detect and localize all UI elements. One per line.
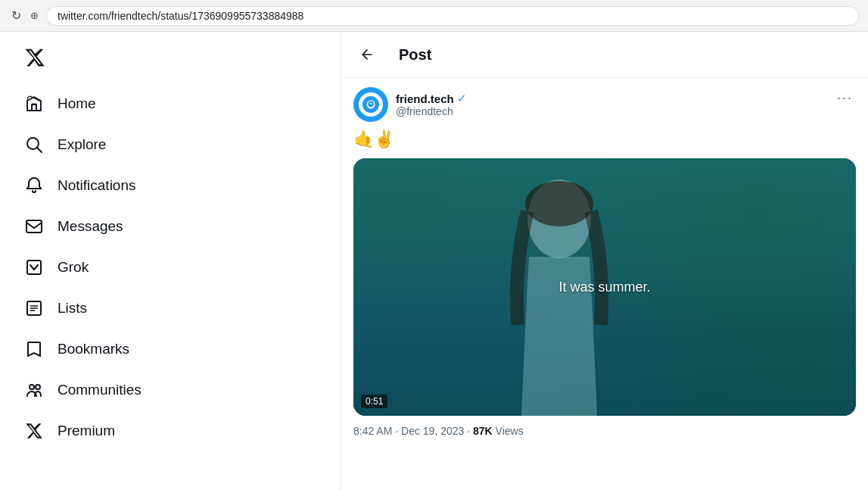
back-button[interactable] <box>353 41 381 68</box>
author-details: friend.tech ✓ @friendtech <box>396 92 467 117</box>
post-meta: 8:42 AM · Dec 19, 2023 · 87K Views <box>353 425 856 437</box>
svg-line-1 <box>38 148 42 153</box>
url-text: twitter.com/friendtech/status/1736909955… <box>58 10 303 22</box>
svg-point-11 <box>368 101 374 108</box>
post-time: 8:42 AM <box>353 425 392 437</box>
video-container[interactable]: It was summer. 0:51 <box>353 158 856 416</box>
url-bar[interactable]: twitter.com/friendtech/status/1736909955… <box>46 6 859 26</box>
video-caption: It was summer. <box>558 279 650 295</box>
post-panel: Post <box>341 32 868 490</box>
sidebar-item-lists[interactable]: Lists <box>15 289 325 327</box>
meta-separator-1: · <box>395 425 401 437</box>
home-label: Home <box>58 95 96 112</box>
grok-label: Grok <box>58 259 89 276</box>
author-name: friend.tech <box>396 92 454 105</box>
post-date: Dec 19, 2023 <box>401 425 464 437</box>
more-options-button[interactable]: ··· <box>834 87 856 109</box>
sidebar: Home Explore Notifications <box>0 32 341 490</box>
sidebar-item-premium[interactable]: Premium <box>15 412 325 450</box>
sidebar-item-messages[interactable]: Messages <box>15 208 325 245</box>
explore-label: Explore <box>58 136 106 153</box>
post-author-row: friend.tech ✓ @friendtech ··· <box>353 87 856 122</box>
communities-label: Communities <box>58 382 142 398</box>
bookmarks-label: Bookmarks <box>58 341 129 357</box>
meta-separator-2: · <box>467 425 473 437</box>
post-views-label: Views <box>496 425 524 437</box>
sidebar-item-home[interactable]: Home <box>15 85 325 123</box>
post-emoji: 🤙✌️ <box>353 130 856 149</box>
post-content: friend.tech ✓ @friendtech ··· 🤙✌️ <box>341 78 868 446</box>
browser-chrome: ↻ ⊕ twitter.com/friendtech/status/173690… <box>0 0 868 32</box>
premium-x-icon <box>24 421 44 441</box>
home-icon <box>24 94 44 114</box>
post-header: Post <box>341 32 868 78</box>
lists-label: Lists <box>58 300 87 317</box>
svg-rect-2 <box>26 220 42 233</box>
sidebar-item-notifications[interactable]: Notifications <box>15 167 325 204</box>
sidebar-item-bookmarks[interactable]: Bookmarks <box>15 330 325 368</box>
author-handle: @friendtech <box>396 105 467 117</box>
svg-point-0 <box>27 138 39 149</box>
site-security-icon: ⊕ <box>30 10 39 21</box>
sidebar-item-grok[interactable]: Grok <box>15 248 325 286</box>
sidebar-item-communities[interactable]: Communities <box>15 371 325 409</box>
premium-label: Premium <box>58 423 115 439</box>
grok-icon <box>24 257 44 277</box>
avatar[interactable] <box>353 87 388 122</box>
bookmark-icon <box>24 339 44 359</box>
video-thumbnail: It was summer. <box>353 158 856 416</box>
post-author-info: friend.tech ✓ @friendtech <box>353 87 467 122</box>
post-title: Post <box>399 46 431 64</box>
svg-point-8 <box>30 385 34 389</box>
video-duration: 0:51 <box>361 395 387 408</box>
sidebar-item-explore[interactable]: Explore <box>15 126 325 164</box>
avatar-inner <box>359 92 383 117</box>
refresh-icon[interactable]: ↻ <box>9 9 23 23</box>
post-views-count: 87K <box>473 425 493 437</box>
mail-icon <box>24 217 44 236</box>
lists-icon <box>24 298 44 318</box>
communities-icon <box>24 380 44 400</box>
x-logo[interactable] <box>15 39 325 79</box>
verified-badge: ✓ <box>457 92 467 105</box>
svg-point-13 <box>525 181 593 226</box>
main-area: Home Explore Notifications <box>0 32 868 490</box>
svg-point-9 <box>36 385 40 389</box>
messages-label: Messages <box>58 218 123 235</box>
notifications-label: Notifications <box>58 177 136 194</box>
bell-icon <box>24 176 44 195</box>
svg-rect-3 <box>27 261 41 274</box>
search-icon <box>24 135 44 154</box>
author-name-row: friend.tech ✓ <box>396 92 467 105</box>
